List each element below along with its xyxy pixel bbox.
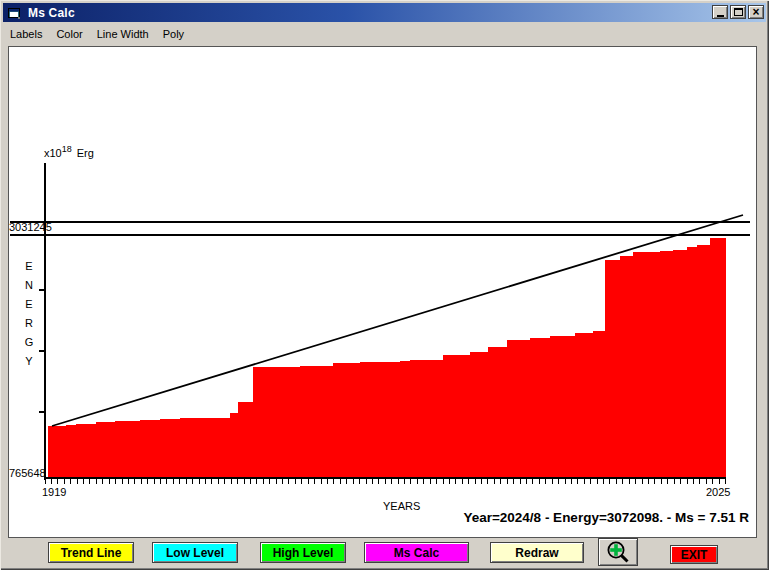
menu-poly[interactable]: Poly <box>156 26 191 42</box>
menu-line-width[interactable]: Line Width <box>90 26 156 42</box>
menu-labels[interactable]: Labels <box>3 26 49 42</box>
close-button[interactable]: × <box>748 5 764 19</box>
app-window: Ms Calc × Labels Color Line Width Poly x… <box>0 0 769 570</box>
low-level-button[interactable]: Low Level <box>152 542 238 563</box>
close-icon: × <box>752 7 759 17</box>
status-readout: Year=2024/8 - Energy=3072098. - Ms = 7.5… <box>463 510 749 525</box>
ms-calc-button[interactable]: Ms Calc <box>364 542 469 563</box>
zoom-button[interactable] <box>598 538 638 566</box>
magnifier-plus-icon <box>606 540 630 564</box>
title-bar[interactable]: Ms Calc × <box>3 3 766 22</box>
maximize-button[interactable] <box>730 5 746 19</box>
menu-color[interactable]: Color <box>49 26 89 42</box>
minimize-button[interactable] <box>712 5 728 19</box>
trend-line-button[interactable]: Trend Line <box>48 542 134 563</box>
high-level-button[interactable]: High Level <box>260 542 346 563</box>
minimize-icon <box>717 15 724 17</box>
menu-bar: Labels Color Line Width Poly <box>3 24 766 44</box>
form-window-icon <box>6 5 22 21</box>
chart-canvas[interactable] <box>9 47 756 537</box>
exit-button[interactable]: EXIT <box>670 545 718 564</box>
chart-panel[interactable]: x1018Erg E N E R G Y 3031245 765648 1919… <box>8 46 757 538</box>
redraw-button[interactable]: Redraw <box>490 542 584 563</box>
window-title: Ms Calc <box>28 6 75 20</box>
maximize-icon <box>734 8 743 16</box>
